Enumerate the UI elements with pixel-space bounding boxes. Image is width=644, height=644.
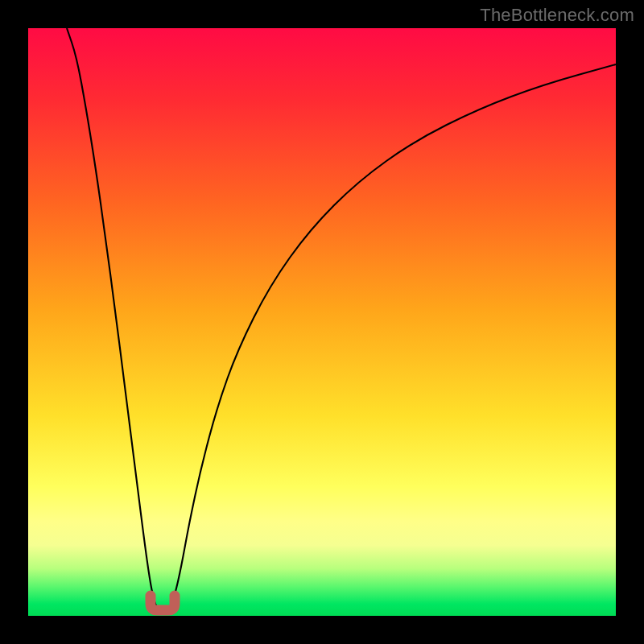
curve-right-branch xyxy=(170,64,616,608)
chart-svg xyxy=(28,28,616,616)
chart-plot-area xyxy=(28,28,616,616)
watermark-text: TheBottleneck.com xyxy=(480,5,634,26)
min-u-marker xyxy=(151,596,175,610)
curve-left-branch xyxy=(67,28,157,608)
